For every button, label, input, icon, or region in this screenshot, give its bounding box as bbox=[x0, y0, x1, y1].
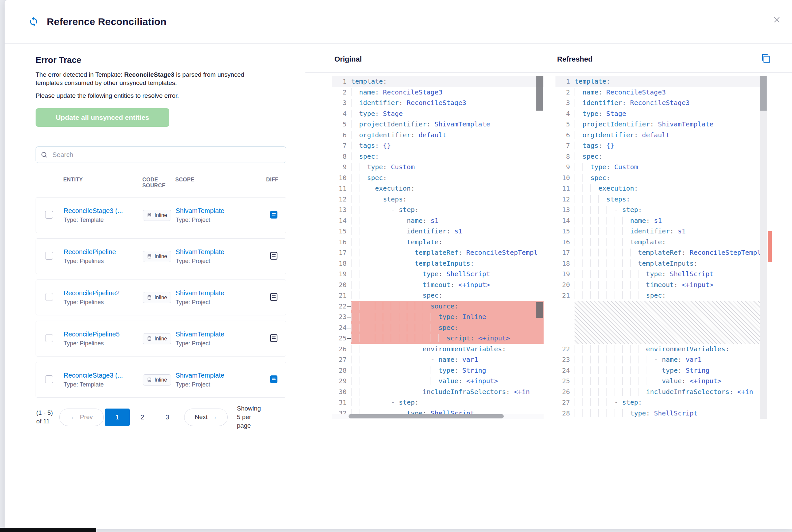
prev-label: Prev bbox=[80, 414, 93, 421]
entity-link[interactable]: ReconcilePipeline bbox=[63, 248, 143, 256]
code-line: 9 type: Custom bbox=[332, 162, 544, 172]
scope-type: Type: Project bbox=[176, 216, 260, 224]
code-line-deleted: 22— source: bbox=[332, 301, 544, 312]
scope-link[interactable]: ShivamTemplate bbox=[176, 372, 260, 379]
entity-link[interactable]: ReconcileStage3 (... bbox=[63, 372, 143, 379]
code-line: 20 timeout: <+input> bbox=[555, 280, 767, 290]
scope-type: Type: Project bbox=[176, 340, 260, 347]
scope-link[interactable]: ShivamTemplate bbox=[176, 248, 260, 256]
next-label: Next bbox=[195, 414, 207, 421]
pagination-range: (1 - 5) of 11 bbox=[36, 408, 57, 426]
code-line: 17 templateRef: ReconcileStepTempl bbox=[555, 247, 767, 258]
scope-link[interactable]: ShivamTemplate bbox=[176, 207, 260, 215]
refreshed-vertical-scrollbar-track[interactable] bbox=[760, 76, 767, 419]
entity-type: Type: Pipelines bbox=[63, 299, 143, 306]
diff-icon[interactable] bbox=[269, 374, 279, 384]
refreshed-vertical-scrollbar-thumb[interactable] bbox=[760, 76, 767, 111]
prev-page-button[interactable]: ←Prev bbox=[59, 408, 104, 426]
code-line: 25 value: <+input> bbox=[555, 376, 767, 386]
copy-icon bbox=[761, 54, 771, 63]
page-button-2[interactable]: 2 bbox=[130, 408, 155, 426]
code-line: 31 - step: bbox=[332, 397, 544, 408]
code-line: 6 orgIdentifier: default bbox=[555, 130, 767, 140]
page-buttons: 123 bbox=[105, 408, 180, 426]
code-line: 6 orgIdentifier: default bbox=[332, 130, 544, 140]
table-row: ReconcileStage3 (... Type: Template Inli… bbox=[36, 197, 286, 233]
entity-type: Type: Pipelines bbox=[63, 258, 143, 265]
sync-icon bbox=[28, 17, 39, 27]
entity-link[interactable]: ReconcilePipeline2 bbox=[63, 289, 143, 297]
code-line-deleted: 25— script: <+input> bbox=[332, 333, 544, 344]
page-button-3[interactable]: 3 bbox=[155, 408, 180, 426]
entity-type: Type: Template bbox=[63, 216, 143, 224]
pagination: (1 - 5) of 11 ←Prev 123 Next→ Showing 5 … bbox=[36, 404, 286, 430]
copy-button[interactable] bbox=[761, 54, 771, 63]
header-code-source: CODE SOURCE bbox=[142, 177, 175, 189]
database-icon bbox=[147, 254, 152, 259]
diff-section: Original Refreshed 1template:2 name: Rec… bbox=[306, 44, 792, 529]
original-code-lines: 1template:2 name: ReconcileStage33 ident… bbox=[332, 76, 544, 418]
code-line: 28 type: String bbox=[332, 365, 544, 376]
row-checkbox[interactable] bbox=[45, 252, 53, 260]
code-line: 29 value: <+input> bbox=[332, 376, 544, 386]
scope-link[interactable]: ShivamTemplate bbox=[176, 289, 260, 297]
code-line: 13 - step: bbox=[555, 205, 767, 215]
code-line: 20 timeout: <+input> bbox=[332, 280, 544, 290]
code-source-chip: Inline bbox=[143, 251, 171, 262]
database-icon bbox=[147, 213, 152, 217]
code-line: 24 type: String bbox=[555, 365, 767, 376]
close-icon bbox=[772, 15, 781, 24]
code-line: 8 spec: bbox=[555, 151, 767, 162]
close-button[interactable] bbox=[771, 14, 783, 26]
database-icon bbox=[147, 295, 152, 300]
row-checkbox[interactable] bbox=[45, 334, 53, 342]
update-all-unsynced-entities-button[interactable]: Update all unsynced entities bbox=[36, 108, 169, 127]
row-checkbox[interactable] bbox=[45, 375, 53, 383]
search-input[interactable] bbox=[52, 151, 281, 159]
code-line: 26 includeInfraSelectors: <+in bbox=[555, 386, 767, 397]
code-line: 12 steps: bbox=[332, 194, 544, 205]
database-icon bbox=[147, 377, 152, 382]
refreshed-code-editor[interactable]: 1template:2 name: ReconcileStage33 ident… bbox=[555, 76, 767, 419]
pagination-per-page: Showing 5 per page bbox=[237, 404, 265, 430]
error-description-line2: Please update the following entities to … bbox=[36, 92, 286, 100]
original-vertical-scrollbar[interactable] bbox=[536, 76, 543, 111]
row-checkbox[interactable] bbox=[45, 293, 53, 301]
code-source-label: Inline bbox=[154, 377, 167, 383]
code-line: 17 templateRef: ReconcileStepTempl bbox=[332, 247, 544, 258]
code-line: 1template: bbox=[332, 76, 544, 87]
entity-table-body: ReconcileStage3 (... Type: Template Inli… bbox=[36, 197, 286, 398]
header-scope: SCOPE bbox=[175, 177, 260, 183]
row-checkbox[interactable] bbox=[45, 211, 53, 218]
code-line: 10 spec: bbox=[555, 172, 767, 183]
page-button-1[interactable]: 1 bbox=[105, 408, 130, 426]
scope-type: Type: Project bbox=[176, 299, 260, 306]
diff-icon[interactable] bbox=[269, 333, 279, 343]
diff-icon[interactable] bbox=[269, 292, 279, 302]
code-line: 11 execution: bbox=[332, 183, 544, 194]
code-line: 27 - step: bbox=[555, 397, 767, 408]
diff-section-header bbox=[306, 44, 792, 73]
refreshed-overview-ruler-deletion-marker bbox=[768, 231, 772, 262]
code-line: 5 projectIdentifier: ShivamTemplate bbox=[332, 119, 544, 130]
original-code-editor[interactable]: 1template:2 name: ReconcileStage33 ident… bbox=[332, 76, 544, 419]
entity-type: Type: Template bbox=[63, 381, 143, 388]
entity-link[interactable]: ReconcilePipeline5 bbox=[63, 330, 143, 338]
code-line: 21 spec: bbox=[332, 290, 544, 301]
original-horizontal-scrollbar-track[interactable] bbox=[332, 414, 544, 419]
modal-header: Reference Reconciliation bbox=[5, 0, 792, 44]
code-line: 27 - name: var1 bbox=[332, 354, 544, 365]
page-title: Reference Reconciliation bbox=[47, 16, 166, 27]
search-box bbox=[36, 147, 286, 163]
code-source-label: Inline bbox=[154, 294, 167, 301]
entity-link[interactable]: ReconcileStage3 (... bbox=[63, 207, 143, 215]
code-line: 14 name: s1 bbox=[332, 215, 544, 226]
original-horizontal-scrollbar-thumb[interactable] bbox=[349, 414, 504, 418]
diff-icon[interactable] bbox=[269, 251, 279, 261]
scope-link[interactable]: ShivamTemplate bbox=[176, 330, 260, 338]
code-line: 15 identifier: s1 bbox=[332, 226, 544, 237]
code-source-chip: Inline bbox=[143, 333, 171, 344]
code-line: 13 - step: bbox=[332, 205, 544, 215]
diff-icon[interactable] bbox=[269, 210, 279, 220]
next-page-button[interactable]: Next→ bbox=[184, 408, 228, 426]
